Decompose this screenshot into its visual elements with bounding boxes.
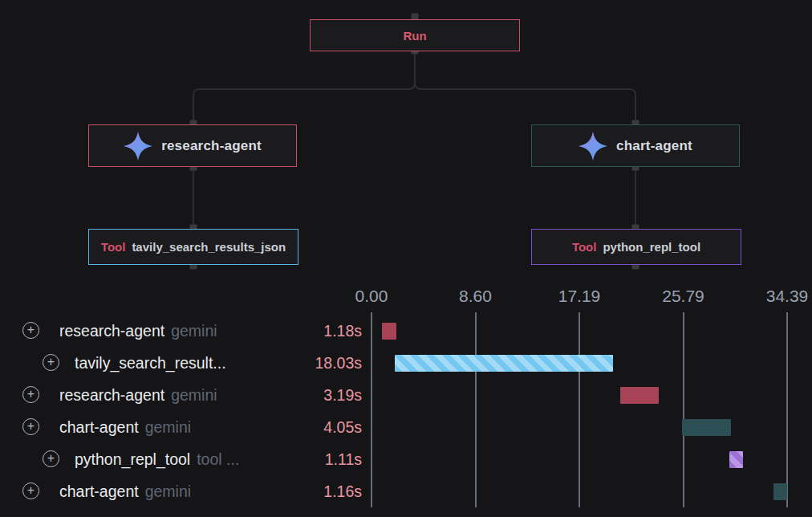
duration-bar[interactable] xyxy=(620,387,659,404)
timeline-row[interactable]: +research-agentgemini3.19s xyxy=(0,379,812,411)
row-labels: python_repl_tooltool ... xyxy=(75,443,239,475)
expand-plus-icon[interactable]: + xyxy=(43,450,59,467)
timeline-row[interactable]: +python_repl_tooltool ...1.11s xyxy=(0,443,812,475)
span-name: tavily_search_result... xyxy=(75,354,226,372)
span-name: chart-agent xyxy=(59,482,139,501)
duration-bar[interactable] xyxy=(682,419,731,436)
duration-bar[interactable] xyxy=(382,323,396,340)
row-duration: 1.18s xyxy=(323,315,362,347)
trace-viewer: { "flow": { "run": { "label": "Run" }, "… xyxy=(0,0,812,517)
span-name: research-agent xyxy=(59,386,164,405)
timeline-panel: 0.008.6017.1925.7934.39+research-agentge… xyxy=(0,0,812,517)
row-labels: chart-agentgemini xyxy=(59,411,191,443)
timeline-row[interactable]: +research-agentgemini1.18s xyxy=(0,315,812,347)
span-meta: gemini xyxy=(145,482,191,501)
row-duration: 4.05s xyxy=(323,411,362,443)
axis-tick-label: 34.39 xyxy=(766,287,809,306)
timeline-row[interactable]: +chart-agentgemini1.16s xyxy=(0,475,812,507)
span-meta: tool ... xyxy=(197,450,239,469)
expand-plus-icon[interactable]: + xyxy=(22,386,39,403)
axis-tick-label: 8.60 xyxy=(459,287,492,306)
span-meta: gemini xyxy=(171,322,217,340)
timeline-row[interactable]: +chart-agentgemini4.05s xyxy=(0,411,812,443)
span-meta: gemini xyxy=(171,386,217,405)
timeline-row[interactable]: +tavily_search_result...18.03s xyxy=(0,347,812,379)
expand-plus-icon[interactable]: + xyxy=(22,418,39,435)
axis-tick-label: 25.79 xyxy=(662,287,704,306)
span-meta: gemini xyxy=(145,418,191,437)
span-name: research-agent xyxy=(59,322,164,340)
expand-plus-icon[interactable]: + xyxy=(43,354,59,371)
expand-plus-icon[interactable]: + xyxy=(22,482,39,499)
axis-tick-label: 0.00 xyxy=(355,287,388,306)
span-name: python_repl_tool xyxy=(75,450,190,469)
row-duration: 1.16s xyxy=(323,475,362,507)
row-duration: 3.19s xyxy=(323,379,362,411)
expand-plus-icon[interactable]: + xyxy=(22,322,39,339)
row-labels: tavily_search_result... xyxy=(75,347,226,379)
row-duration: 1.11s xyxy=(325,443,362,475)
axis-tick-label: 17.19 xyxy=(558,287,601,306)
row-labels: research-agentgemini xyxy=(59,379,217,411)
duration-bar[interactable] xyxy=(729,451,743,468)
row-labels: research-agentgemini xyxy=(59,315,217,347)
row-duration: 18.03s xyxy=(315,347,362,379)
row-labels: chart-agentgemini xyxy=(59,475,191,507)
span-name: chart-agent xyxy=(59,418,139,437)
duration-bar[interactable] xyxy=(395,355,613,372)
duration-bar[interactable] xyxy=(773,483,787,500)
